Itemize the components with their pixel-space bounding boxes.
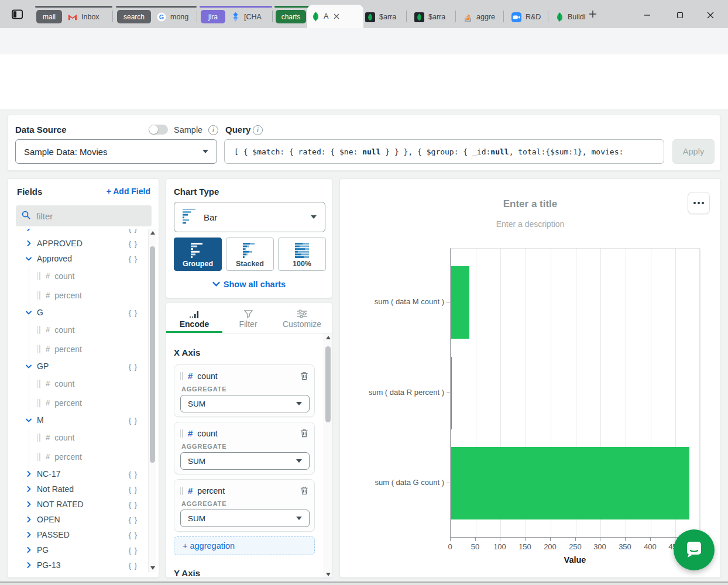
field-row-NOT RATED[interactable]: NOT RATED{ }: [16, 497, 141, 512]
aggregate-select[interactable]: SUM: [180, 452, 310, 470]
window-minimize-button[interactable]: [644, 11, 651, 21]
field-row-M[interactable]: M{ }: [16, 412, 141, 428]
fields-scrollbar[interactable]: [148, 229, 156, 572]
field-subrow-percent[interactable]: #percent: [16, 447, 141, 466]
field-subrow-count[interactable]: #count: [16, 374, 141, 393]
chevron-right-icon[interactable]: [26, 486, 32, 492]
browser-tab[interactable]: $arra: [360, 8, 410, 26]
close-icon[interactable]: [707, 12, 714, 19]
tab-group-chip-mail[interactable]: mail: [36, 10, 62, 23]
chevron-right-icon[interactable]: [26, 517, 32, 522]
tab-group-chip-jira[interactable]: jira: [201, 10, 225, 23]
bar-1[interactable]: [451, 357, 452, 429]
drag-handle-icon[interactable]: [37, 399, 40, 407]
field-filter-input[interactable]: [35, 211, 125, 222]
new-tab-icon[interactable]: [589, 10, 597, 18]
chevron-down-icon[interactable]: [26, 364, 32, 369]
query-info-icon[interactable]: i: [253, 125, 263, 135]
tab-encode[interactable]: Encode: [171, 308, 218, 329]
browser-tab[interactable]: aggre: [459, 8, 507, 26]
browser-tab[interactable]: $arra: [410, 8, 459, 26]
field-row-PG[interactable]: PG{ }: [16, 542, 141, 558]
drag-handle-icon[interactable]: [37, 453, 40, 461]
tab-close-icon[interactable]: [334, 13, 339, 19]
chevron-right-icon[interactable]: [26, 471, 32, 477]
scroll-down-arrow[interactable]: [324, 570, 332, 578]
drag-handle-icon[interactable]: [37, 380, 40, 388]
scroll-up-arrow[interactable]: [149, 229, 157, 237]
minimize-icon[interactable]: [644, 12, 651, 19]
chevron-right-icon[interactable]: [26, 240, 32, 246]
tab-group-chip-charts[interactable]: charts: [276, 10, 306, 23]
field-row-OPEN[interactable]: OPEN{ }: [16, 512, 141, 527]
tab-group-chip-search[interactable]: search: [117, 10, 151, 23]
new-tab-button[interactable]: [589, 10, 597, 20]
trash-icon[interactable]: [300, 371, 308, 380]
field-row-Not Rated[interactable]: Not Rated{ }: [16, 481, 141, 497]
drag-handle-icon[interactable]: [180, 429, 183, 438]
chevron-down-icon[interactable]: [26, 256, 32, 261]
field-row-GP[interactable]: GP{ }: [16, 359, 141, 374]
drag-handle-icon[interactable]: [37, 345, 40, 353]
add-aggregation-button[interactable]: + aggregation: [174, 536, 315, 555]
scroll-down-arrow[interactable]: [149, 564, 157, 572]
browser-tab[interactable]: R&D: [507, 8, 552, 26]
browser-tab[interactable]: Gmong: [152, 8, 200, 26]
chart-title-placeholder[interactable]: Enter a title: [340, 198, 720, 210]
chevron-right-icon[interactable]: [26, 229, 32, 231]
field-search-box[interactable]: [16, 205, 152, 226]
aggregate-select[interactable]: SUM: [180, 510, 310, 527]
field-subrow-percent[interactable]: #percent: [16, 393, 141, 412]
data-source-select[interactable]: Sample Data: Movies: [15, 139, 217, 164]
field-subrow-count[interactable]: #count: [16, 266, 141, 285]
scroll-up-arrow[interactable]: [324, 333, 332, 342]
tab-actions-icon[interactable]: [11, 8, 24, 23]
query-input[interactable]: [ { $match: { rated: { $ne: null } } }, …: [224, 139, 664, 164]
chart-menu-button[interactable]: [688, 192, 710, 214]
chevron-right-icon[interactable]: [26, 532, 32, 538]
drag-handle-icon[interactable]: [37, 272, 40, 280]
field-subrow-count[interactable]: #count: [16, 428, 141, 447]
browser-tab[interactable]: Inbox: [63, 8, 117, 26]
chart-type-select[interactable]: Bar: [174, 202, 325, 232]
sample-toggle[interactable]: [149, 125, 168, 135]
field-row-NC-17[interactable]: NC-17{ }: [16, 466, 141, 481]
encode-scrollbar[interactable]: [324, 333, 332, 578]
browser-tab[interactable]: [CHA: [226, 8, 276, 26]
apply-button[interactable]: Apply: [672, 139, 715, 164]
chevron-right-icon[interactable]: [26, 547, 32, 553]
sample-info-icon[interactable]: i: [208, 125, 218, 135]
field-subrow-percent[interactable]: #percent: [16, 285, 141, 305]
add-field-button[interactable]: + Add Field: [107, 187, 150, 196]
field-subrow-percent[interactable]: #percent: [16, 339, 141, 359]
tab-filter[interactable]: Filter: [225, 308, 272, 329]
drag-handle-icon[interactable]: [37, 291, 40, 300]
chart-subtype-100%[interactable]: 100%: [278, 238, 326, 271]
field-row-G[interactable]: G{ }: [16, 305, 141, 320]
chart-description-placeholder[interactable]: Enter a description: [340, 219, 720, 229]
bar-0[interactable]: [451, 266, 469, 339]
trash-icon[interactable]: [300, 429, 308, 438]
chart-subtype-stacked[interactable]: Stacked: [226, 238, 274, 271]
chat-widget-button[interactable]: [674, 529, 715, 570]
field-row-APPROVED[interactable]: APPROVED{ }: [16, 236, 141, 251]
chevron-right-icon[interactable]: [26, 562, 32, 568]
browser-tab-active[interactable]: A: [307, 5, 363, 28]
tab-actions-icon[interactable]: [11, 8, 24, 21]
scrollbar-thumb[interactable]: [325, 346, 331, 422]
field-subrow-count[interactable]: #count: [16, 320, 141, 339]
field-row-partial[interactable]: { }: [16, 229, 141, 236]
chevron-right-icon[interactable]: [26, 501, 32, 507]
chevron-down-icon[interactable]: [26, 418, 32, 423]
drag-handle-icon[interactable]: [37, 433, 40, 442]
aggregate-select[interactable]: SUM: [180, 395, 310, 412]
field-row-Approved[interactable]: Approved{ }: [16, 251, 141, 266]
window-close-button[interactable]: [707, 11, 714, 21]
chart-subtype-grouped[interactable]: Grouped: [174, 238, 222, 271]
trash-icon[interactable]: [300, 486, 308, 495]
chevron-down-icon[interactable]: [26, 310, 32, 315]
drag-handle-icon[interactable]: [180, 487, 183, 495]
scrollbar-thumb[interactable]: [150, 246, 155, 463]
bar-2[interactable]: [451, 447, 689, 519]
show-all-charts-link[interactable]: Show all charts: [166, 280, 332, 289]
